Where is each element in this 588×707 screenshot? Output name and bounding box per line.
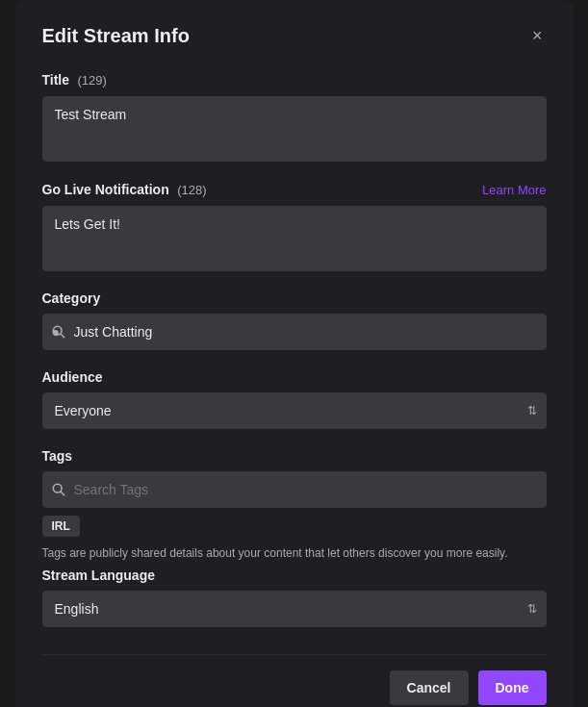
category-label-row: Category xyxy=(42,290,547,306)
title-field-row: Title (129) Test Stream xyxy=(42,71,547,162)
modal-header: Edit Stream Info × xyxy=(42,23,547,48)
notification-label-row: Go Live Notification (128) Learn More xyxy=(42,181,547,198)
language-field-row: Stream Language English Spanish French G… xyxy=(42,568,547,627)
irl-tag-badge: IRL xyxy=(42,516,80,537)
tags-badges-container: IRL xyxy=(42,508,547,537)
language-select[interactable]: English Spanish French German Portuguese xyxy=(42,591,547,627)
category-input[interactable] xyxy=(42,314,547,350)
done-button[interactable]: Done xyxy=(478,670,547,705)
notification-label: Go Live Notification (128) xyxy=(42,181,207,198)
language-select-wrapper: English Spanish French German Portuguese… xyxy=(42,591,547,627)
tags-field-row: Tags IRL Tags are publicly shared detail… xyxy=(42,448,547,562)
language-label: Stream Language xyxy=(42,568,155,583)
tags-input[interactable] xyxy=(42,471,547,508)
audience-label-row: Audience xyxy=(42,369,547,385)
notification-input[interactable]: Lets Get It! xyxy=(42,206,547,271)
edit-stream-modal: Edit Stream Info × Title (129) Test Stre… xyxy=(15,0,574,707)
close-button[interactable]: × xyxy=(528,23,547,48)
language-label-row: Stream Language xyxy=(42,568,547,583)
title-label-row: Title (129) xyxy=(42,71,547,88)
audience-select-wrapper: Everyone Mature (18+) ⇅ xyxy=(42,392,547,429)
modal-overlay: Edit Stream Info × Title (129) Test Stre… xyxy=(0,0,588,707)
category-label: Category xyxy=(42,290,101,306)
tags-search-wrapper xyxy=(42,471,547,508)
modal-footer: Cancel Done xyxy=(42,654,547,705)
category-search-wrapper: ● xyxy=(42,314,547,350)
audience-select[interactable]: Everyone Mature (18+) xyxy=(42,392,547,429)
cancel-button[interactable]: Cancel xyxy=(390,670,469,705)
title-input[interactable]: Test Stream xyxy=(42,96,547,162)
notification-field-row: Go Live Notification (128) Learn More Le… xyxy=(42,181,547,271)
tags-description: Tags are publicly shared details about y… xyxy=(42,544,547,562)
learn-more-link[interactable]: Learn More xyxy=(482,183,546,197)
title-label: Title (129) xyxy=(42,71,107,88)
modal-title: Edit Stream Info xyxy=(42,25,190,47)
category-field-row: Category ● xyxy=(42,290,547,350)
audience-label: Audience xyxy=(42,369,103,385)
tags-label: Tags xyxy=(42,448,73,464)
tags-label-row: Tags xyxy=(42,448,547,464)
audience-field-row: Audience Everyone Mature (18+) ⇅ xyxy=(42,369,547,429)
